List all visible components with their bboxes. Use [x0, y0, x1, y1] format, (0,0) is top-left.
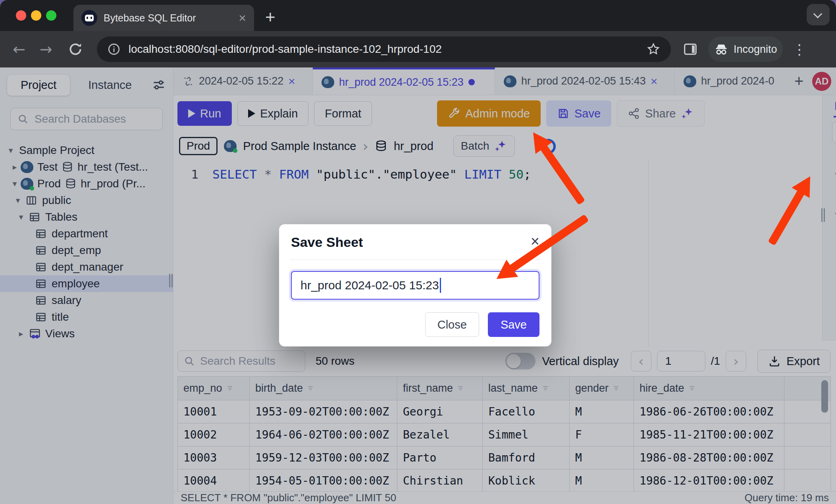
sidebar-resize-handle[interactable] [169, 274, 173, 287]
save-button[interactable]: Save [546, 100, 611, 127]
caret-down-icon[interactable]: ▾ [16, 212, 26, 222]
tab-project[interactable]: Project [7, 75, 70, 96]
tree-item-table[interactable]: department [0, 225, 173, 242]
search-databases-input[interactable]: Search Databases [10, 108, 163, 130]
caret-down-icon[interactable]: ▾ [13, 196, 23, 205]
user-avatar[interactable]: AD [812, 72, 831, 91]
caret-right-icon[interactable]: ▸ [10, 162, 20, 172]
sheet-tab[interactable]: hr_prod 2024-0 [675, 67, 789, 95]
browser-menu-icon[interactable]: ⋮ [792, 41, 807, 58]
tree-item-table[interactable]: dept_emp [0, 242, 173, 259]
tab-close-icon[interactable]: × [288, 75, 295, 88]
caret-down-icon[interactable]: ▾ [10, 179, 20, 189]
views-icon [29, 327, 41, 340]
sort-icon[interactable] [613, 385, 620, 392]
tab-instance[interactable]: Instance [88, 79, 132, 92]
caret-down-icon[interactable]: ▾ [832, 170, 836, 179]
window-close-button[interactable] [16, 10, 26, 21]
caret-down-icon[interactable]: ▾ [6, 146, 16, 155]
window-zoom-button[interactable] [46, 10, 56, 21]
tab-search-button[interactable] [807, 4, 830, 25]
new-sheet-button[interactable]: + [794, 72, 803, 90]
status-green-dot [30, 186, 34, 190]
sheet-group[interactable]: ▾Unconnected [832, 165, 836, 185]
back-icon[interactable]: ← [13, 40, 25, 58]
window-minimize-button[interactable] [31, 10, 41, 21]
export-button[interactable]: Export [757, 350, 830, 373]
site-info-icon[interactable] [107, 42, 121, 56]
page-number-input[interactable]: 1 [657, 351, 705, 371]
executed-query-text: SELECT * FROM "public"."employee" LIMIT … [181, 492, 396, 504]
share-button[interactable]: Share [617, 100, 705, 127]
column-header[interactable]: last_name [483, 377, 570, 400]
sort-icon[interactable] [226, 385, 234, 392]
text-cursor [440, 278, 441, 293]
vertical-display-toggle[interactable] [505, 353, 536, 369]
tree-item-project[interactable]: ▾Sample Project [0, 142, 173, 159]
search-results-input[interactable]: Search Results [177, 350, 305, 372]
bookmark-star-icon[interactable] [646, 42, 661, 56]
table-row[interactable]: 100021964-06-02T00:00:00ZBezalelSimmelF1… [178, 423, 831, 446]
database-tree: ▾Sample Project ▸Testhr_test (Test... ▾P… [0, 142, 173, 342]
status-green-dot [233, 148, 237, 153]
address-bar[interactable]: localhost:8080/sql-editor/prod-sample-in… [97, 37, 671, 62]
caret-down-icon[interactable]: ▾ [832, 210, 836, 219]
tree-item-schema[interactable]: ▾public [0, 192, 173, 209]
tree-item-table-selected[interactable]: employee [0, 275, 173, 292]
tree-item-database[interactable]: ▾Prodhr_prod (Pr... [0, 175, 173, 192]
side-panel-icon[interactable] [683, 42, 698, 57]
tab-mine[interactable]: Mine [834, 96, 836, 117]
batch-button[interactable]: Batch [453, 135, 515, 157]
sort-icon[interactable] [307, 385, 315, 392]
sheet-tab[interactable]: 2024-02-05 15:22 × [173, 67, 313, 95]
drawer-resize-handle[interactable] [821, 208, 826, 222]
format-button[interactable]: Format [314, 101, 372, 126]
filter-sliders-icon[interactable] [152, 78, 166, 92]
sort-icon[interactable] [542, 385, 550, 392]
prev-page-button[interactable]: ‹ [631, 351, 651, 371]
incognito-badge: Incognito [708, 37, 783, 62]
table-scrollbar[interactable] [821, 380, 828, 413]
table-row[interactable]: 100031959-12-03T00:00:00ZPartoBamfordM19… [178, 446, 831, 469]
tab-close-icon[interactable]: × [651, 75, 658, 88]
tree-item-tables-group[interactable]: ▾Tables [0, 209, 173, 225]
save-confirm-button[interactable]: Save [488, 312, 539, 337]
tree-item-table[interactable]: salary [0, 292, 173, 309]
tree-item-table[interactable]: dept_manager [0, 259, 173, 275]
sheet-tab-bar: 2024-02-05 15:22 × hr_prod 2024-02-05 15… [173, 67, 836, 95]
column-header[interactable]: first_name [397, 377, 483, 400]
admin-mode-button[interactable]: Admin mode [437, 100, 541, 127]
table-row[interactable]: 100011953-09-02T00:00:00ZGeorgiFacelloM1… [178, 400, 831, 423]
instance-name[interactable]: Prod Sample Instance [243, 140, 356, 153]
tree-item-views-group[interactable]: ▸Views [0, 325, 173, 342]
tab-close-icon[interactable]: × [239, 12, 246, 24]
close-button[interactable]: Close [425, 312, 479, 337]
sheet-tab-active[interactable]: hr_prod 2024-02-05 15:23 [313, 67, 495, 95]
table-row[interactable]: 100041954-05-01T00:00:00ZChirstianKoblic… [178, 469, 831, 492]
browser-tab[interactable]: Bytebase SQL Editor × [73, 5, 254, 31]
database-name[interactable]: hr_prod [394, 140, 433, 153]
tree-item-database[interactable]: ▸Testhr_test (Test... [0, 159, 173, 175]
forward-icon[interactable]: → [40, 40, 52, 58]
run-button[interactable]: Run [177, 101, 232, 126]
new-tab-button[interactable]: + [265, 7, 275, 27]
column-header[interactable]: emp_no [178, 377, 250, 400]
sheet-group[interactable]: ▾Sample Project [832, 204, 836, 224]
column-header[interactable]: hire_date [634, 377, 784, 400]
next-page-button[interactable]: › [726, 351, 746, 371]
tree-item-table[interactable]: title [0, 309, 173, 325]
sort-icon[interactable] [688, 385, 696, 392]
sheet-tab[interactable]: hr_prod 2024-02-05 15:43 × [495, 67, 675, 95]
environment-badge: Prod [179, 137, 218, 155]
save-sheet-modal: Save Sheet × hr_prod 2024-02-05 15:23 Cl… [279, 224, 551, 346]
page-total: /1 [711, 355, 720, 367]
search-sheets-input[interactable]: Search Sheets [832, 121, 836, 143]
sort-icon[interactable] [457, 385, 465, 392]
results-table-container[interactable]: emp_no birth_date first_name last_name g… [177, 376, 831, 491]
caret-right-icon[interactable]: ▸ [16, 329, 26, 339]
column-header[interactable]: gender [570, 377, 634, 400]
reload-icon[interactable] [67, 41, 83, 57]
search-icon [183, 355, 195, 367]
explain-button[interactable]: Explain [237, 101, 308, 126]
column-header[interactable]: birth_date [250, 377, 397, 400]
